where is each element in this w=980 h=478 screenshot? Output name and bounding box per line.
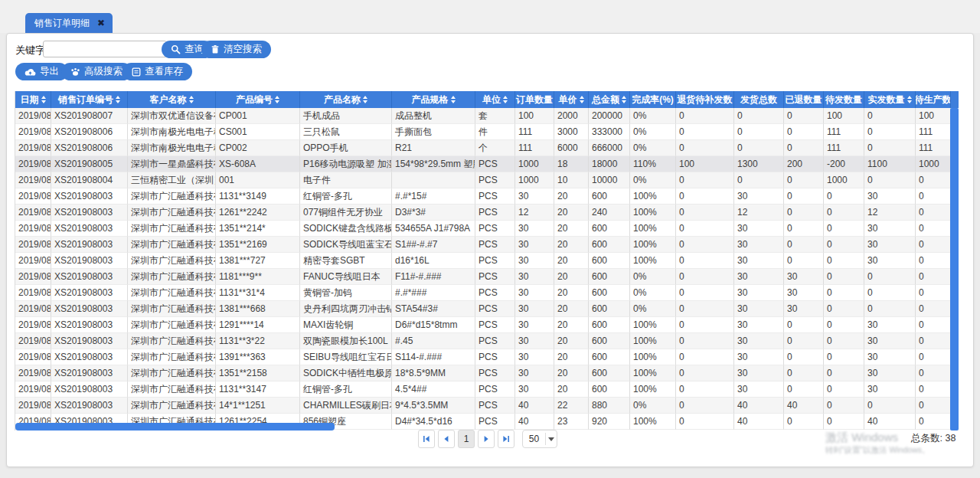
table-cell: PCS	[475, 205, 515, 221]
advanced-search-button[interactable]: 高级搜索	[61, 63, 132, 80]
column-header: 退货待补发数	[676, 91, 734, 108]
table-cell: 30	[784, 285, 824, 301]
table-cell: 史丹利四坑两刃冲击钻	[300, 301, 392, 317]
table-row[interactable]: 2019/08XS201908003深圳市广汇融通科技有1131**3147红铜…	[15, 381, 959, 398]
table-row[interactable]: 2019/08XS201908006深圳市南极光电电子科CS001三只松鼠手撕面…	[15, 124, 959, 140]
table-cell: XS201908003	[51, 237, 128, 253]
table-cell: 14*1**1251	[216, 398, 300, 414]
column-header[interactable]: 产品编号	[216, 91, 300, 108]
table-cell: 30	[515, 381, 554, 398]
table-cell: SODICK导线咀蓝宝石	[300, 237, 392, 253]
table-row[interactable]: 2019/08XS201908003深圳市广汇融通科技有1261**224207…	[15, 205, 959, 221]
column-header: 已退数量	[784, 91, 824, 108]
table-cell: XS201908003	[51, 349, 128, 365]
table-cell: 154*98*29.5mm 塑胶	[392, 156, 475, 172]
first-page-button[interactable]	[418, 430, 435, 448]
table-row[interactable]: 2019/08XS201908003深圳市广汇融通科技有1131**3*22双陶…	[15, 333, 959, 349]
table-cell: 40	[734, 398, 784, 414]
column-header-label: 产品规格	[412, 93, 449, 106]
column-header-label: 实发数量	[868, 93, 905, 106]
table-row[interactable]: 2019/08XS201908004三恒精密工业（深圳）001电子件PCS100…	[15, 172, 959, 188]
cloud-icon	[24, 67, 36, 77]
table-row[interactable]: 2019/08XS201908003深圳市广汇融通科技有1381***668史丹…	[15, 301, 959, 317]
keyword-input[interactable]	[43, 41, 167, 57]
table-row[interactable]: 2019/08XS201908006深圳市南极光电电子科CP002OPPO手机R…	[15, 140, 959, 156]
table-row[interactable]: 2019/08XS201908003深圳市广汇融通科技有1291****14MA…	[15, 317, 959, 333]
next-page-button[interactable]	[478, 430, 495, 448]
table-cell: 30	[864, 237, 916, 253]
table-cell: 0	[864, 124, 916, 140]
table-cell: 1131**3*22	[216, 333, 300, 349]
tab-sales-order-detail[interactable]: 销售订单明细 ✖	[25, 13, 113, 33]
table-cell: 40	[515, 398, 554, 414]
column-header[interactable]: 日期	[15, 91, 51, 108]
tab-close-icon[interactable]: ✖	[97, 18, 105, 28]
table-row[interactable]: 2019/08XS201908005深圳市一星鼎盛科技有XS-608AP16移动…	[15, 156, 959, 172]
table-cell: D6#*d15*8tmm	[392, 317, 475, 333]
table-cell: PCS	[475, 317, 515, 333]
table-row[interactable]: 2019/08XS201908003深圳市广汇融通科技有1181***9**FA…	[15, 269, 959, 285]
table-cell: 0%	[630, 140, 676, 156]
table-cell: 1391***363	[216, 349, 300, 365]
table-cell: 0	[784, 124, 824, 140]
sort-icon[interactable]	[622, 96, 626, 103]
table-cell: 1131**31*4	[216, 285, 300, 301]
column-header[interactable]: 客户名称	[128, 91, 216, 108]
column-header[interactable]: 实发数量	[864, 91, 916, 108]
column-header[interactable]: 产品名称	[300, 91, 392, 108]
table-row[interactable]: 2019/08XS201908003深圳市广汇融通科技有14*1**1251CH…	[15, 398, 959, 414]
table-cell: 0	[864, 398, 916, 414]
sort-icon[interactable]	[907, 96, 912, 103]
column-header[interactable]: 单位	[475, 91, 515, 108]
column-header[interactable]: 单价	[554, 91, 589, 108]
table-row[interactable]: 2019/08XS201908007深圳市双优通信设备有CP001手机成品成品整…	[15, 108, 959, 124]
column-header[interactable]: 产品规格	[392, 91, 475, 108]
table-cell: 4.5*4##	[392, 381, 475, 398]
sort-icon[interactable]	[189, 96, 194, 103]
table-cell: PCS	[475, 349, 515, 365]
table-cell: 20	[554, 317, 589, 333]
table-cell: 30	[515, 253, 554, 269]
horizontal-scrollbar[interactable]	[15, 423, 335, 431]
sort-icon[interactable]	[580, 96, 584, 103]
sort-icon[interactable]	[275, 96, 279, 103]
table-cell: 18000	[589, 156, 630, 172]
table-cell: 100%	[630, 349, 676, 365]
table-cell: PCS	[475, 269, 515, 285]
column-header[interactable]: 总金额	[589, 91, 630, 108]
table-cell: 40	[864, 414, 916, 430]
current-page-button[interactable]: 1	[458, 430, 475, 448]
sort-icon[interactable]	[451, 96, 456, 103]
view-inventory-button[interactable]: 查看库存	[122, 63, 192, 80]
table-cell: 2019/08	[15, 253, 51, 269]
sort-icon[interactable]	[116, 96, 120, 103]
clear-search-button[interactable]: 清空搜索	[201, 41, 271, 58]
table-cell: 9*4.5*3.5MM	[392, 398, 475, 414]
table-row[interactable]: 2019/08XS201908003深圳市广汇融通科技有1131**31*4黄铜…	[15, 285, 959, 301]
sort-icon[interactable]	[363, 96, 368, 103]
sort-icon[interactable]	[41, 96, 46, 103]
table-row[interactable]: 2019/08XS201908003深圳市广汇融通科技有1131**3149红铜…	[15, 188, 959, 205]
view-inventory-button-label: 查看库存	[145, 65, 183, 78]
table-row[interactable]: 2019/08XS201908003深圳市广汇融通科技有1381***727精密…	[15, 253, 959, 269]
list-box-icon	[132, 67, 141, 77]
table-cell: 20	[554, 188, 589, 205]
column-header[interactable]: 销售订单编号	[51, 91, 128, 108]
vertical-scrollbar[interactable]	[950, 108, 959, 431]
table-cell: 30	[864, 381, 916, 398]
table-cell: 1381***727	[216, 253, 300, 269]
table-row[interactable]: 2019/08XS201908003深圳市广汇融通科技有1351**2158SO…	[15, 365, 959, 381]
table-cell: 0	[676, 301, 734, 317]
last-page-button[interactable]	[498, 430, 514, 448]
table-row[interactable]: 2019/08XS201908003深圳市广汇融通科技有1391***363SE…	[15, 349, 959, 365]
export-button[interactable]: 导出	[15, 63, 68, 80]
sort-icon[interactable]	[503, 96, 508, 103]
table-cell: XS201908007	[51, 108, 128, 124]
table-cell: 2019/08	[15, 140, 51, 156]
table-row[interactable]: 2019/08XS201908003深圳市广汇融通科技有1351**214*SO…	[15, 221, 959, 237]
table-cell: 100%	[630, 237, 676, 253]
table-row[interactable]: 2019/08XS201908003深圳市广汇融通科技有1351**2169SO…	[15, 237, 959, 253]
page-size-select[interactable]: 50	[522, 430, 557, 448]
prev-page-button[interactable]	[438, 430, 455, 448]
table-cell: 600	[589, 269, 630, 285]
